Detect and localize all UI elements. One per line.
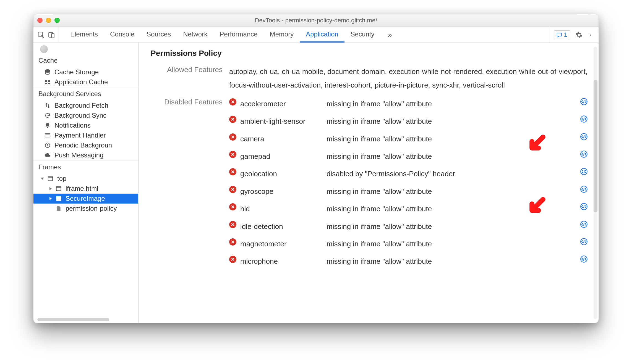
gear-icon[interactable] [575, 31, 583, 38]
reveal-source-button[interactable] [578, 202, 590, 210]
feature-reason: missing in iframe "allow" attribute [327, 115, 574, 128]
feature-name: hid [240, 202, 323, 216]
tab-security[interactable]: Security [344, 27, 381, 43]
inspect-icon[interactable] [37, 31, 45, 38]
feature-name: microphone [240, 255, 323, 268]
panel-vertical-scrollbar[interactable] [594, 47, 597, 319]
kebab-menu-icon[interactable] [587, 31, 595, 38]
feature-reason: disabled by "Permissions-Policy" header [327, 167, 574, 181]
tab-network[interactable]: Network [177, 27, 213, 43]
issues-badge[interactable]: 1 [554, 30, 570, 39]
disabled-feature-row: geolocationdisabled by "Permissions-Poli… [229, 167, 590, 181]
panel-title: Permissions Policy [151, 49, 590, 58]
svg-rect-14 [56, 187, 61, 191]
devtools-toolbar: ElementsConsoleSourcesNetworkPerformance… [33, 27, 599, 43]
sidebar-section-background-services: Background Services [33, 87, 138, 101]
card-icon [44, 132, 51, 139]
reveal-source-button[interactable] [578, 237, 590, 246]
devtools-window: DevTools - permission-policy-demo.glitch… [33, 14, 599, 323]
reveal-network-button[interactable] [578, 167, 590, 175]
feature-name: idle-detection [240, 220, 323, 233]
feature-reason: missing in iframe "allow" attribute [327, 97, 574, 111]
more-panels-button[interactable]: » [383, 30, 397, 39]
disabled-feature-row: gamepadmissing in iframe "allow" attribu… [229, 150, 590, 163]
svg-rect-2 [51, 33, 54, 38]
feature-reason: missing in iframe "allow" attribute [327, 185, 574, 198]
feature-reason: missing in iframe "allow" attribute [327, 132, 574, 146]
sidebar-item-background-fetch[interactable]: Background Fetch [33, 101, 138, 110]
issues-count: 1 [564, 31, 567, 38]
error-icon [229, 151, 236, 158]
allowed-features-value: autoplay, ch-ua, ch-ua-mobile, document-… [229, 65, 590, 92]
device-toggle-icon[interactable] [48, 31, 55, 38]
feature-name: accelerometer [240, 97, 323, 111]
reveal-source-button[interactable] [578, 150, 590, 158]
error-icon [229, 168, 236, 175]
tab-memory[interactable]: Memory [264, 27, 300, 43]
scrollbar-thumb[interactable] [594, 80, 597, 212]
feature-reason: missing in iframe "allow" attribute [327, 150, 574, 163]
disabled-feature-row: ambient-light-sensormissing in iframe "a… [229, 115, 590, 128]
feature-name: camera [240, 132, 323, 146]
disabled-feature-row: accelerometermissing in iframe "allow" a… [229, 97, 590, 111]
frame-tree-root[interactable]: top [33, 174, 138, 184]
disabled-features-label: Disabled Features [151, 97, 223, 106]
reveal-source-button[interactable] [578, 97, 590, 105]
cloud-icon [44, 152, 51, 159]
grid-icon [44, 78, 51, 86]
tab-performance[interactable]: Performance [213, 27, 263, 43]
feature-reason: missing in iframe "allow" attribute [327, 237, 574, 251]
sidebar-horizontal-scrollbar[interactable] [37, 318, 109, 321]
allowed-features-label: Allowed Features [151, 65, 223, 74]
frame-icon [55, 195, 62, 202]
sidebar-item-payment-handler[interactable]: Payment Handler [33, 130, 138, 140]
feature-name: ambient-light-sensor [240, 115, 323, 128]
tab-sources[interactable]: Sources [140, 27, 177, 43]
sidebar-item-cache-storage[interactable]: Cache Storage [33, 67, 138, 77]
sidebar-item-application-cache[interactable]: Application Cache [33, 77, 138, 87]
caret-right-icon [49, 197, 52, 200]
window-icon [47, 175, 54, 182]
reveal-source-button[interactable] [578, 115, 590, 123]
svg-rect-10 [48, 83, 50, 84]
caret-right-icon [49, 187, 52, 190]
feature-name: magnetometer [240, 237, 323, 251]
feature-reason: missing in iframe "allow" attribute [327, 220, 574, 233]
disabled-feature-row: idle-detectionmissing in iframe "allow" … [229, 220, 590, 233]
sidebar-section-cache: Cache [33, 54, 138, 67]
avatar-icon [40, 45, 48, 53]
frame-icon [55, 185, 62, 192]
close-window-button[interactable] [37, 18, 43, 23]
svg-point-3 [590, 34, 591, 34]
disabled-feature-row: hidmissing in iframe "allow" attribute [229, 202, 590, 216]
reveal-source-button[interactable] [578, 255, 590, 263]
window-controls [37, 18, 60, 23]
sidebar-item-notifications[interactable]: Notifications [33, 120, 138, 130]
svg-rect-15 [56, 197, 61, 201]
error-icon [229, 186, 236, 193]
reveal-source-button[interactable] [578, 185, 590, 193]
sidebar-item-periodic-background[interactable]: Periodic Backgroun [33, 140, 138, 150]
sidebar-item-push-messaging[interactable]: Push Messaging [33, 150, 138, 160]
tab-console[interactable]: Console [104, 27, 140, 43]
frame-tree-item-secureimage[interactable]: SecureImage [33, 194, 138, 204]
sidebar-item-background-sync[interactable]: Background Sync [33, 110, 138, 120]
svg-point-20 [581, 168, 587, 175]
tab-application[interactable]: Application [300, 27, 344, 43]
error-icon [229, 221, 236, 228]
reveal-source-button[interactable] [578, 220, 590, 228]
zoom-window-button[interactable] [54, 18, 60, 23]
frame-tree-item-iframe[interactable]: iframe.html [33, 184, 138, 194]
disabled-feature-row: magnetometermissing in iframe "allow" at… [229, 237, 590, 251]
reveal-source-button[interactable] [578, 132, 590, 141]
error-icon [229, 133, 236, 141]
titlebar: DevTools - permission-policy-demo.glitch… [33, 14, 599, 27]
minimize-window-button[interactable] [46, 18, 51, 23]
svg-rect-9 [45, 83, 47, 84]
svg-rect-7 [45, 80, 47, 82]
error-icon [229, 98, 236, 105]
frame-tree-item-permission-policy[interactable]: permission-policy [33, 204, 138, 213]
feature-name: gamepad [240, 150, 323, 163]
permissions-policy-panel: Permissions Policy Allowed Features auto… [139, 43, 599, 323]
tab-elements[interactable]: Elements [64, 27, 104, 43]
